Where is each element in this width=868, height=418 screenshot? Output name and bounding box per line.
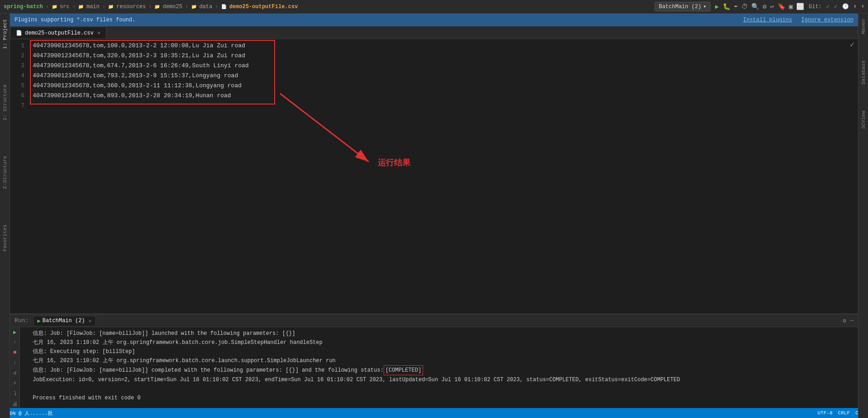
status-bar-left: CSDN @ 人......批	[4, 410, 53, 417]
breadcrumb-data: data	[199, 4, 212, 10]
console-line-4: 七月 16, 2023 1:10:02 上午 org.springframewo…	[33, 356, 853, 365]
git-up-icon[interactable]: ⬆	[853, 3, 857, 10]
sidebar-item-favorites[interactable]: Favorites	[1, 221, 9, 255]
code-line-1: 4047390012345678,tom,100.0,2013-2-2 12:0…	[33, 41, 853, 51]
tab-label: demo25-outputFile.csv	[25, 30, 94, 36]
console-line-5: 信息: Job: [FlowJob: [name=billJob]] compl…	[33, 365, 853, 375]
console-line-6: JobExecution: id=0, version=2, startTime…	[33, 375, 853, 384]
status-crlf: CRLF	[838, 410, 850, 416]
run-print-button[interactable]: 🖨	[11, 401, 19, 408]
profile-icon[interactable]: ⏱	[741, 3, 748, 10]
run-configuration[interactable]: BatchMain (2) ▾	[655, 2, 710, 11]
coverage-icon[interactable]: ☂	[734, 3, 738, 10]
console-line-7	[33, 384, 853, 393]
sidebar-item-maven[interactable]: Maven	[860, 15, 867, 38]
run-controls: ▶ ↑ ■ ↓ ↺ ⚡ ⤵ 🖨 ✕	[10, 327, 20, 408]
code-line-2: 4047390012345678,tom,320.0,2013-2-3 10:3…	[33, 51, 853, 61]
run-scroll-button[interactable]: ⤵	[11, 390, 19, 397]
run-config-label: BatchMain (2)	[659, 4, 701, 10]
git-label: Git:	[809, 4, 822, 10]
editor-checkmark: ✓	[850, 40, 854, 49]
code-line-6: 4047390012345678,tom,893.0,2013-2-28 20:…	[33, 91, 853, 101]
breadcrumb-demo25: demo25	[163, 4, 182, 10]
git-check2-icon: ✓	[834, 3, 837, 10]
git-branch-icon[interactable]: ⬇	[861, 3, 864, 10]
breadcrumb-resources: resources	[116, 4, 146, 10]
toolbar-icons: ▶ 🐛 ☂ ⏱ 🔍 ⚙ ↩ 🔖 ▣ ⬜	[715, 3, 804, 10]
settings-icon-bottom[interactable]: ⚙	[843, 317, 846, 324]
undo-icon[interactable]: ↩	[770, 3, 774, 10]
sidebar-item-z-structure[interactable]: Z-Structure	[1, 152, 9, 193]
plugin-notification-bar: Plugins supporting *.csv files found. In…	[10, 14, 858, 26]
layout-icon[interactable]: ▣	[789, 3, 793, 10]
line-num-7: 7	[10, 101, 25, 111]
run-down-button[interactable]: ↓	[11, 359, 19, 366]
csv-tab-icon: 📄	[16, 30, 22, 36]
minimize-icon-bottom[interactable]: —	[850, 317, 853, 324]
status-encoding: UTF-8	[818, 410, 833, 416]
git-clock-icon: 🕐	[842, 3, 849, 10]
line-num-6: 6	[10, 91, 25, 101]
console-output: 信息: Job: [FlowJob: [name=billJob]] launc…	[10, 327, 858, 404]
editor-area: 1 2 3 4 5 6 7 4047390012345678,tom,100.0…	[10, 39, 858, 323]
search-icon[interactable]: 🔍	[751, 3, 759, 10]
code-line-5: 4047390012345678,tom,360.0,2013-2-11 11:…	[33, 81, 853, 91]
project-name: spring-batch	[4, 4, 43, 10]
run-rerun-button[interactable]: ↺	[11, 369, 19, 376]
git-check-icon: ✓	[826, 3, 829, 10]
sidebar-item-database[interactable]: Database	[860, 57, 867, 88]
settings-icon[interactable]: ⚙	[763, 3, 766, 10]
run-up-button[interactable]: ↑	[11, 339, 19, 346]
console-line-1: 信息: Job: [FlowJob: [name=billJob]] launc…	[33, 329, 853, 338]
bottom-tab-batchmain[interactable]: ▶ BatchMain (2) ✕	[33, 316, 95, 326]
status-bar-right: UTF-8 CRLF CSV	[818, 410, 864, 416]
line-numbers: 1 2 3 4 5 6 7	[10, 39, 28, 323]
console-icon: ▶	[37, 318, 40, 324]
console-text-3: 信息: Executing step: [billStep]	[33, 347, 135, 356]
sidebar-item-project[interactable]: 1: Project	[1, 15, 9, 53]
console-line-8: Process finished with exit code 0	[33, 393, 853, 403]
tab-close-button[interactable]: ✕	[97, 30, 100, 36]
tab-bar: 📄 demo25-outputFile.csv ✕	[10, 26, 858, 39]
console-text-4: 七月 16, 2023 1:10:02 上午 org.springframewo…	[33, 356, 335, 365]
code-line-4: 4047390012345678,tom,793.2,2013-2-9 15:1…	[33, 71, 853, 81]
left-side-panel: 1: Project 2: Structure Z-Structure Favo…	[0, 14, 10, 418]
right-side-panel: Maven Database SCView	[858, 14, 868, 418]
src-icon: 📁	[52, 4, 57, 10]
sidebar-item-scview[interactable]: SCView	[860, 107, 867, 133]
console-line-3: 信息: Executing step: [billStep]	[33, 347, 853, 356]
run-icon[interactable]: ▶	[715, 3, 719, 10]
resources-icon: 📁	[108, 4, 113, 10]
console-text-2: 七月 16, 2023 1:10:02 上午 org.springframewo…	[33, 338, 323, 347]
status-bar: CSDN @ 人......批 UTF-8 CRLF CSV	[0, 408, 868, 418]
run-play-button[interactable]: ▶	[11, 329, 19, 336]
line-num-5: 5	[10, 81, 25, 91]
maximize-icon[interactable]: ⬜	[796, 3, 804, 10]
breadcrumb-main: main	[86, 4, 99, 10]
console-text-6: JobExecution: id=0, version=2, startTime…	[33, 375, 680, 384]
console-line-2: 七月 16, 2023 1:10:02 上午 org.springframewo…	[33, 338, 853, 347]
breadcrumb-src: src	[60, 4, 70, 10]
bottom-tab-bar: Run: ▶ BatchMain (2) ✕ ⚙ —	[10, 314, 858, 327]
bookmark-icon[interactable]: 🔖	[778, 3, 785, 10]
line-num-1: 1	[10, 41, 25, 51]
line-num-2: 2	[10, 51, 25, 61]
bottom-toolbar-right: ⚙ —	[843, 317, 853, 324]
bottom-tab-label: BatchMain (2)	[42, 318, 85, 324]
run-stop-button[interactable]: ■	[11, 349, 19, 356]
plugin-message: Plugins supporting *.csv files found.	[15, 17, 135, 23]
ignore-extension-button[interactable]: Ignore extension	[801, 17, 853, 23]
install-plugins-button[interactable]: Install plugins	[743, 17, 792, 23]
bottom-tab-close[interactable]: ✕	[89, 318, 92, 324]
run-filter-button[interactable]: ⚡	[11, 380, 19, 387]
demo25-icon: 📁	[154, 4, 160, 10]
breadcrumb-file: demo25-outputFile.csv	[229, 4, 298, 10]
tab-csv-file[interactable]: 📄 demo25-outputFile.csv ✕	[10, 27, 106, 39]
completed-status-badge: [COMPLETED]	[384, 365, 423, 375]
bottom-panel: Run: ▶ BatchMain (2) ✕ ⚙ — ▶ ↑ ■ ↓ ↺ ⚡ ⤵…	[10, 314, 858, 408]
console-text-1: 信息: Job: [FlowJob: [name=billJob]] launc…	[33, 329, 296, 338]
csv-icon: 📄	[221, 4, 227, 10]
sidebar-item-structure[interactable]: 2: Structure	[1, 81, 9, 124]
code-line-3: 4047390012345678,tom,674.7,2013-2-6 16:2…	[33, 61, 853, 71]
debug-icon[interactable]: 🐛	[723, 3, 730, 10]
